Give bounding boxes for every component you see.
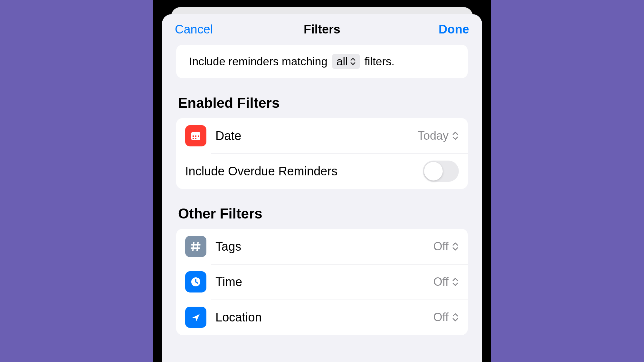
filter-tags-value-select[interactable]: Off (433, 240, 459, 253)
modal-title: Filters (304, 23, 340, 36)
hash-icon (185, 236, 206, 257)
calendar-icon (185, 125, 206, 146)
svg-rect-4 (198, 135, 199, 137)
enabled-filters-card: Date Today Include Over (176, 118, 468, 189)
svg-rect-2 (193, 135, 194, 137)
filter-location-value: Off (433, 311, 449, 324)
filter-tags-value: Off (433, 240, 449, 253)
other-filters-heading: Other Filters (176, 206, 468, 222)
match-description: Include reminders matching all filters. (176, 45, 468, 78)
match-mode-value: all (336, 55, 348, 68)
svg-rect-5 (193, 138, 194, 139)
match-mode-select[interactable]: all (332, 54, 360, 69)
device-frame: Cancel Filters Done Include reminders ma… (153, 0, 491, 362)
nav-bar: Cancel Filters Done (162, 14, 482, 45)
filter-date-value: Today (418, 129, 449, 143)
clock-icon (185, 271, 206, 292)
overdue-label: Include Overdue Reminders (185, 164, 423, 178)
match-card: Include reminders matching all filters. (176, 45, 468, 78)
svg-rect-3 (195, 135, 196, 137)
toggle-knob (424, 162, 443, 181)
filter-time-value: Off (433, 275, 449, 289)
svg-rect-6 (195, 138, 196, 139)
filter-row-date[interactable]: Date Today (176, 118, 468, 153)
svg-rect-1 (191, 132, 200, 135)
filter-row-location[interactable]: Location Off (176, 300, 468, 335)
chevron-up-down-icon (452, 312, 459, 322)
app-stage: Cancel Filters Done Include reminders ma… (0, 0, 644, 362)
overdue-toggle[interactable] (423, 161, 459, 182)
filters-modal: Cancel Filters Done Include reminders ma… (162, 14, 482, 362)
chevron-up-down-icon (452, 242, 459, 251)
filter-location-value-select[interactable]: Off (433, 311, 459, 324)
filter-row-tags[interactable]: Tags Off (176, 229, 468, 264)
filter-date-value-select[interactable]: Today (418, 129, 459, 143)
filter-row-overdue: Include Overdue Reminders (176, 153, 468, 189)
chevron-up-down-icon (350, 57, 356, 66)
filter-date-label: Date (215, 129, 418, 143)
filter-time-value-select[interactable]: Off (433, 275, 459, 289)
filter-location-label: Location (215, 311, 433, 324)
done-button[interactable]: Done (439, 23, 469, 36)
match-suffix: filters. (365, 55, 394, 68)
filter-row-time[interactable]: Time Off (176, 264, 468, 300)
filter-time-label: Time (215, 275, 433, 289)
modal-content: Include reminders matching all filters. (162, 45, 482, 362)
chevron-up-down-icon (452, 131, 459, 141)
filter-tags-label: Tags (215, 240, 433, 254)
enabled-filters-heading: Enabled Filters (176, 95, 468, 111)
other-filters-card: Tags Off (176, 229, 468, 335)
location-arrow-icon (185, 307, 206, 328)
chevron-up-down-icon (452, 277, 459, 287)
match-prefix: Include reminders matching (189, 55, 327, 68)
cancel-button[interactable]: Cancel (175, 23, 213, 36)
